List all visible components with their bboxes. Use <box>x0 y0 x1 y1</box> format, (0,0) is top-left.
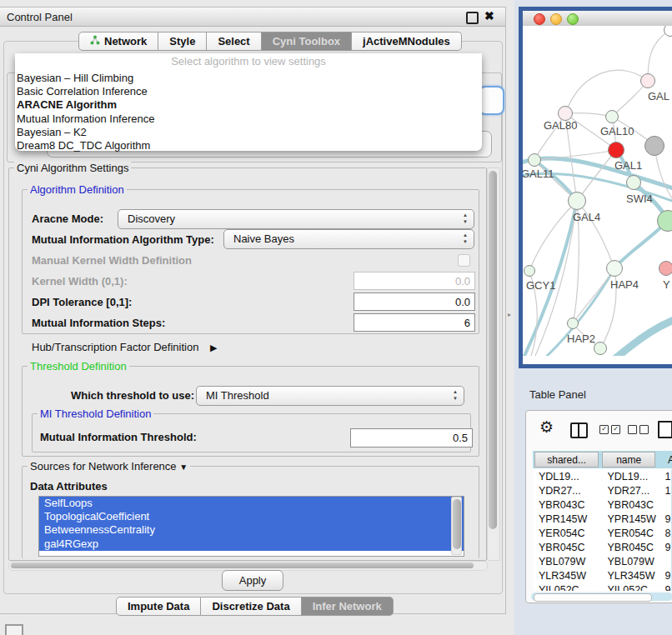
document-icon[interactable] <box>658 421 672 438</box>
control-panel-title: Control Panel <box>7 11 73 23</box>
tab-cyni-toolbox[interactable]: Cyni Toolbox <box>262 32 352 51</box>
dpi-tolerance-input[interactable]: 0.0 <box>354 292 475 311</box>
attribute-list-scrollbar[interactable] <box>451 497 462 555</box>
manual-kernel-checkbox[interactable] <box>458 254 470 267</box>
tab-impute-data[interactable]: Impute Data <box>116 597 201 616</box>
which-threshold-combo[interactable]: MI Threshold ▲▼ <box>196 386 464 406</box>
bottom-tabs: Impute DataDiscretize DataInfer Network <box>116 597 394 615</box>
tab-label: Cyni Toolbox <box>273 32 340 50</box>
mi-steps-input[interactable]: 6 <box>354 313 475 332</box>
network-node-hap2[interactable] <box>567 318 579 329</box>
table-cell: YBR043C <box>533 499 608 511</box>
column-header-3[interactable]: A <box>659 452 672 468</box>
node-label-gal11: GAL11 <box>523 168 554 180</box>
table-row[interactable]: YDR27...YDR27...12 <box>533 483 672 498</box>
network-canvas[interactable]: GALGAL80GAL10GAL1GAL11GAL4SWI4GCY1HAP4YH… <box>523 26 672 356</box>
table-cell: YIL052C <box>608 584 665 592</box>
network-node-y[interactable] <box>659 261 672 276</box>
control-panel-tabs: NetworkStyleSelectCyni ToolboxjActiveMNo… <box>78 32 462 49</box>
table-panel: ⚙ ✓✓ shared...nameA YDL19...YDL19...13YD… <box>525 410 672 603</box>
minimize-traffic-light-icon[interactable] <box>550 13 562 25</box>
table-row[interactable]: YER054CYER054C8. <box>533 526 672 540</box>
node-label-y: Y <box>663 278 670 291</box>
settings-vertical-scrollbar[interactable] <box>487 168 500 561</box>
hub-definition-label: Hub/Transcription Factor Definition <box>32 341 198 353</box>
node-label-gal10: GAL10 <box>600 125 634 138</box>
network-node-gcy1[interactable] <box>524 265 535 277</box>
table-row[interactable]: YDL19...YDL19...13 <box>533 469 672 483</box>
network-node-gal1[interactable] <box>608 142 624 158</box>
attribute-item[interactable]: gal4RGexp <box>39 538 464 551</box>
float-window-icon[interactable] <box>466 12 479 24</box>
close-traffic-light-icon[interactable] <box>534 13 545 25</box>
collapsed-panel-icon[interactable] <box>5 624 23 635</box>
network-view-window[interactable]: GALGAL80GAL10GAL1GAL11GAL4SWI4GCY1HAP4YH… <box>519 7 672 368</box>
network-icon <box>90 32 100 50</box>
column-header-2[interactable]: name <box>602 452 655 468</box>
gear-icon[interactable]: ⚙ <box>539 418 554 437</box>
mi-threshold-label: Mutual Information Threshold: <box>40 431 197 443</box>
splitter-collapse-icon[interactable]: ▸ <box>508 311 511 318</box>
node-label-hap4: HAP4 <box>610 278 639 291</box>
mi-type-combo[interactable]: Naive Bayes ▲▼ <box>223 229 474 249</box>
table-cell: YBL079W <box>608 556 665 568</box>
algorithm-option[interactable]: ARACNE Algorithm <box>15 98 482 112</box>
algorithm-option[interactable]: Dream8 DC_TDC Algorithm <box>15 139 482 152</box>
hub-definition-toggle[interactable]: Hub/Transcription Factor Definition ▶ <box>32 341 217 353</box>
unchecked-boxes-icon[interactable] <box>628 425 649 434</box>
table-row[interactable]: YLR345WYLR345W9. <box>533 568 672 582</box>
node-label-gcy1: GCY1 <box>526 279 555 292</box>
zoom-traffic-light-icon[interactable] <box>567 13 579 25</box>
algorithm-option[interactable]: Bayesian – Hill Climbing <box>15 72 482 85</box>
attribute-item[interactable]: SelfLoops <box>39 497 464 510</box>
close-icon[interactable]: ✖ <box>484 9 494 22</box>
table-row[interactable]: YBR043CYBR043C <box>533 498 672 512</box>
combo-arrows-icon: ▲▼ <box>453 388 458 402</box>
focused-button[interactable] <box>479 86 504 115</box>
apply-button[interactable]: Apply <box>222 570 283 591</box>
tab-style[interactable]: Style <box>158 32 207 51</box>
tab-infer-network[interactable]: Infer Network <box>302 597 394 616</box>
column-header-1[interactable]: shared... <box>534 452 599 468</box>
aracne-mode-combo[interactable]: Discovery ▲▼ <box>118 209 474 229</box>
attribute-item[interactable]: TopologicalCoefficient <box>39 510 464 523</box>
algorithm-option[interactable]: Basic Correlation Inference <box>15 85 482 98</box>
tab-network[interactable]: Network <box>78 32 158 51</box>
network-node[interactable] <box>644 136 664 156</box>
which-threshold-label: Which threshold to use: <box>71 389 194 402</box>
kernel-width-input[interactable]: 0.0 <box>354 272 475 290</box>
data-attributes-list[interactable]: SelfLoopsTopologicalCoefficientBetweenne… <box>38 496 464 557</box>
table-row[interactable]: YBL079WYBL079W <box>533 554 672 568</box>
network-node-gal[interactable] <box>640 73 655 88</box>
node-label-gal80: GAL80 <box>544 119 577 132</box>
aracne-mode-value: Discovery <box>128 212 175 225</box>
table-row[interactable]: YBR045CYBR045C9. <box>533 540 672 554</box>
control-panel-titlebar: Control Panel ✖ <box>0 8 505 27</box>
table-row[interactable]: YPR145WYPR145W9. <box>533 512 672 526</box>
network-node-hap4[interactable] <box>606 260 623 277</box>
network-node-gal4[interactable] <box>568 192 586 210</box>
mi-threshold-input[interactable]: 0.5 <box>350 428 473 448</box>
table-cell: YER054C <box>533 528 608 539</box>
table-row[interactable]: YIL052CYIL052C9 <box>533 582 672 591</box>
table-body: YDL19...YDL19...13YDR27...YDR27...12YBR0… <box>533 469 672 591</box>
mi-type-value: Naive Bayes <box>233 232 294 245</box>
algorithm-option[interactable]: Mutual Information Inference <box>15 112 482 126</box>
tab-label: Select <box>218 32 249 50</box>
network-node-gal10[interactable] <box>605 110 619 123</box>
tab-jactivemnodules[interactable]: jActiveMNodules <box>352 32 462 51</box>
checked-boxes-icon[interactable]: ✓✓ <box>599 425 620 434</box>
network-node[interactable] <box>594 342 607 355</box>
tab-discretize-data[interactable]: Discretize Data <box>201 597 301 616</box>
attribute-item[interactable]: BetweennessCentrality <box>39 523 464 537</box>
network-node-gal11[interactable] <box>528 153 541 167</box>
algorithm-option[interactable]: Bayesian – K2 <box>15 126 482 139</box>
network-node-swi4[interactable] <box>626 175 641 190</box>
table-cell: YDR27... <box>608 485 665 497</box>
tab-select[interactable]: Select <box>207 32 261 51</box>
split-columns-icon[interactable] <box>570 422 588 438</box>
data-attributes-label: Data Attributes <box>30 480 108 492</box>
cyni-algorithm-settings-title: Cyni Algorithm Settings <box>14 162 131 174</box>
table-horizontal-scrollbar[interactable] <box>531 592 672 601</box>
table-cell: YDR27... <box>533 485 608 497</box>
